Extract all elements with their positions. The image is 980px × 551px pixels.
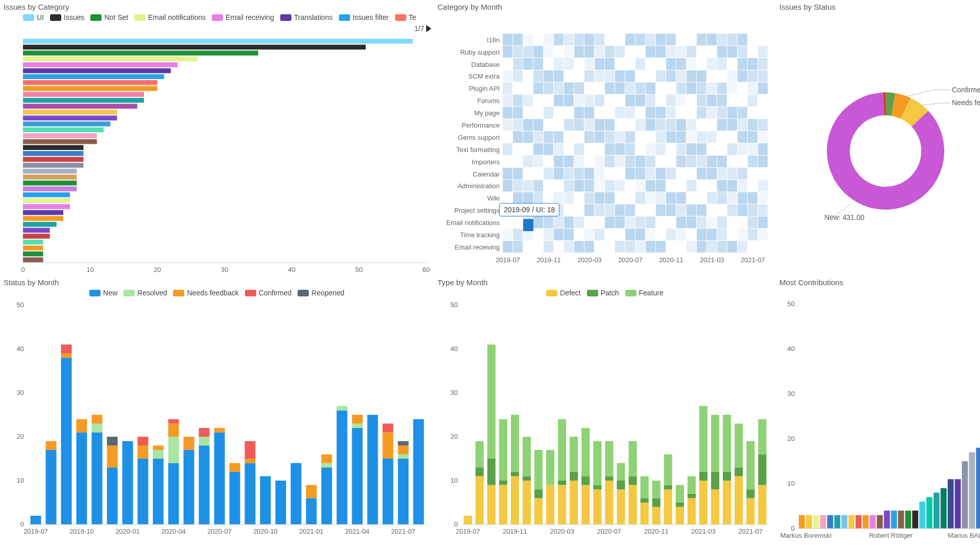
svg-text:2020-03: 2020-03 [550,528,574,535]
svg-rect-325 [564,216,574,228]
svg-text:Needs feedback:: Needs feedback: [952,98,980,107]
svg-rect-411 [46,450,57,524]
legend-item[interactable]: Email receiving [212,13,274,21]
svg-rect-490 [487,459,496,485]
svg-rect-147 [595,94,604,106]
svg-rect-231 [564,156,574,167]
legend-item[interactable]: Reopened [298,289,345,297]
svg-rect-284 [533,192,543,204]
svg-rect-211 [503,143,512,155]
svg-rect-346 [595,229,604,240]
svg-rect-498 [523,481,531,524]
svg-rect-458 [352,423,363,428]
svg-rect-27 [23,198,70,204]
svg-rect-414 [61,354,72,358]
svg-rect-533 [664,489,672,524]
svg-rect-352 [697,229,706,240]
svg-text:Email receiving: Email receiving [455,243,500,251]
legend-pager[interactable]: 1/7 [414,24,431,33]
svg-rect-502 [534,489,543,498]
status-by-month-legend: NewResolvedNeeds feedbackConfirmedReopen… [3,289,431,297]
svg-text:2020-04: 2020-04 [161,528,186,535]
svg-rect-135 [707,83,717,94]
svg-rect-5 [23,68,171,73]
svg-rect-169 [717,107,727,118]
svg-rect-133 [687,83,696,94]
svg-rect-584 [870,515,876,529]
svg-text:40: 40 [288,266,295,273]
svg-rect-145 [574,94,584,106]
legend-item[interactable]: Feature [625,289,664,297]
svg-rect-54 [595,34,604,45]
panel-title: Most Contributions [779,278,980,287]
svg-rect-225 [738,143,747,155]
svg-rect-292 [656,192,666,204]
legend-item[interactable]: Defect [546,289,580,297]
svg-rect-539 [688,498,696,524]
legend-item[interactable]: Patch [587,289,619,297]
svg-rect-52 [574,34,584,45]
svg-rect-444 [245,463,256,524]
legend-item[interactable]: Not Set [90,13,128,21]
legend-item[interactable]: Issues filter [339,13,389,21]
svg-rect-20 [23,157,84,162]
svg-rect-295 [707,192,717,204]
svg-rect-555 [746,489,754,498]
svg-rect-290 [635,192,645,204]
svg-rect-296 [717,192,727,204]
svg-rect-173 [513,119,523,131]
svg-rect-264 [503,180,512,192]
svg-rect-148 [625,94,635,106]
legend-item[interactable]: Email notifications [134,13,206,21]
legend-item[interactable]: Confirmed [245,289,292,297]
svg-rect-312 [656,204,666,216]
svg-rect-149 [635,94,645,106]
svg-rect-359 [513,241,523,253]
svg-rect-437 [199,445,210,524]
svg-rect-82 [727,46,737,58]
svg-rect-109 [605,70,615,82]
svg-rect-424 [122,441,133,524]
legend-item[interactable]: Te [395,13,416,21]
svg-rect-436 [184,437,194,450]
svg-rect-314 [676,204,686,216]
svg-rect-50 [554,34,564,45]
svg-text:2020-11: 2020-11 [644,528,669,535]
svg-rect-536 [676,507,684,524]
svg-text:Text formatting: Text formatting [456,146,500,154]
svg-rect-345 [584,229,594,240]
legend-item[interactable]: Resolved [124,289,167,297]
panel-title: Category by Month [437,3,773,11]
legend-item[interactable]: Translations [280,13,333,21]
chevron-right-icon[interactable] [426,25,431,32]
svg-rect-530 [652,507,660,524]
svg-rect-188 [727,119,737,131]
svg-rect-592 [926,497,933,529]
svg-rect-523 [617,463,625,481]
legend-item[interactable]: New [89,289,117,297]
svg-rect-1 [23,45,366,50]
svg-rect-553 [734,423,743,467]
svg-rect-146 [584,94,594,106]
svg-rect-311 [625,204,635,216]
svg-rect-189 [738,119,747,131]
svg-rect-212 [533,143,543,155]
svg-text:Calendar: Calendar [473,170,500,178]
svg-rect-338 [758,216,768,228]
svg-rect-103 [513,70,523,82]
svg-rect-433 [168,423,179,437]
legend-item[interactable]: Issues [50,13,84,21]
svg-text:10: 10 [788,480,795,487]
svg-rect-305 [544,204,553,216]
svg-rect-171 [738,107,747,118]
legend-item[interactable]: Needs feedback [173,289,238,297]
svg-rect-335 [707,216,717,228]
svg-rect-95 [676,58,686,70]
svg-rect-210 [758,131,768,143]
svg-rect-301 [503,204,512,216]
svg-rect-100 [748,58,757,70]
svg-rect-499 [523,476,531,481]
legend-item[interactable]: UI [23,13,44,21]
svg-rect-6 [23,74,164,79]
svg-text:40: 40 [451,345,458,353]
